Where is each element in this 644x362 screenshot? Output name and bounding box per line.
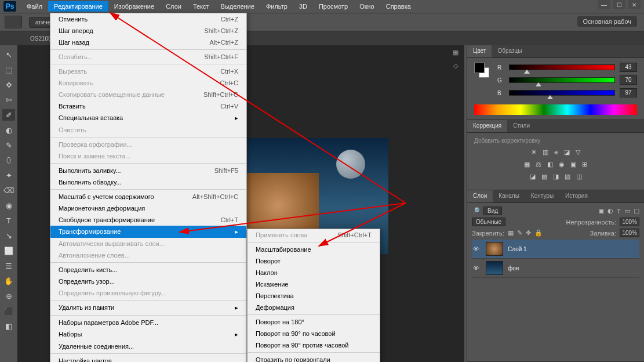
layer-thumbnail[interactable] xyxy=(486,261,503,275)
properties-icon[interactable]: ◇ xyxy=(453,62,458,70)
menu-справка[interactable]: Справка xyxy=(380,1,417,12)
adj-balance-icon[interactable]: ⚖ xyxy=(536,161,541,168)
adj-photo-filter-icon[interactable]: ◉ xyxy=(559,161,565,168)
history-icon[interactable]: ▦ xyxy=(453,49,459,56)
menu-item[interactable]: Свободное трансформированиеCtrl+T xyxy=(50,214,246,226)
layer-row[interactable]: 👁 Слой 1 xyxy=(472,240,639,259)
menu-item[interactable]: Наборы параметров Adobe PDF... xyxy=(50,317,246,328)
search-icon[interactable]: 🔎 xyxy=(472,207,480,215)
collapsed-panel-icons[interactable]: ▦ ◇ xyxy=(448,49,463,70)
tool-button[interactable]: T xyxy=(2,215,15,226)
submenu-item[interactable]: Перспектива xyxy=(248,290,380,302)
adj-brightness-icon[interactable]: ☀ xyxy=(531,149,537,156)
adj-invert-icon[interactable]: ◪ xyxy=(530,173,536,180)
visibility-icon[interactable]: 👁 xyxy=(473,245,481,252)
filter-text-icon[interactable]: T xyxy=(617,208,621,215)
blend-mode-select[interactable]: Обычные xyxy=(472,218,505,226)
adj-posterize-icon[interactable]: ▤ xyxy=(541,173,547,180)
tab-paths[interactable]: Контуры xyxy=(525,190,559,202)
lock-position-icon[interactable]: ✥ xyxy=(526,229,531,237)
tool-button[interactable]: ✄ xyxy=(2,94,15,106)
menu-редактирование[interactable]: Редактирование xyxy=(48,1,108,12)
filter-shape-icon[interactable]: ▭ xyxy=(624,207,630,215)
filter-image-icon[interactable]: ▣ xyxy=(598,207,604,215)
adj-curves-icon[interactable]: ⎈ xyxy=(554,149,558,156)
menu-3d[interactable]: 3D xyxy=(293,1,313,12)
tab-color[interactable]: Цвет xyxy=(467,45,492,57)
adj-mixer-icon[interactable]: ▣ xyxy=(570,161,576,168)
adj-selective-icon[interactable]: ◫ xyxy=(576,173,582,180)
red-slider[interactable] xyxy=(509,64,615,70)
green-value[interactable]: 70 xyxy=(620,75,637,85)
layer-kind-filter[interactable]: Вид xyxy=(483,207,502,215)
menu-item[interactable]: Наборы xyxy=(50,328,246,341)
layer-row[interactable]: 👁 фон xyxy=(472,259,639,278)
menu-item[interactable]: Шаг впередShift+Ctrl+Z xyxy=(50,25,246,37)
layer-thumbnail[interactable] xyxy=(486,242,503,256)
adj-hue-icon[interactable]: ▦ xyxy=(524,161,530,168)
tool-button[interactable]: ◧ xyxy=(2,320,15,332)
tool-button[interactable]: ⬛ xyxy=(2,305,15,317)
menu-текст[interactable]: Текст xyxy=(187,1,215,12)
tab-styles[interactable]: Стили xyxy=(507,120,536,132)
tool-button[interactable]: ⬚ xyxy=(2,64,15,75)
menu-item[interactable]: Масштаб с учетом содержимогоAlt+Shift+Ct… xyxy=(50,191,246,202)
maximize-button[interactable]: ☐ xyxy=(613,0,625,9)
tool-button[interactable]: ⬜ xyxy=(2,245,15,256)
lock-all-icon[interactable]: 🔒 xyxy=(534,229,543,237)
current-tool-icon[interactable] xyxy=(5,16,22,28)
menu-фильтр[interactable]: Фильтр xyxy=(260,1,293,12)
tool-button[interactable]: ☰ xyxy=(2,260,15,272)
menu-item[interactable]: Трансформирование xyxy=(50,226,246,238)
color-spectrum[interactable] xyxy=(474,104,637,115)
lock-pixels-icon[interactable]: ✎ xyxy=(517,229,522,237)
submenu-item[interactable]: Искажение xyxy=(248,278,380,290)
menu-item[interactable]: Выполнить обводку... xyxy=(50,176,246,188)
submenu-item[interactable]: Поворот на 90° по часовой xyxy=(248,328,380,339)
adj-exposure-icon[interactable]: ◪ xyxy=(564,149,570,156)
visibility-icon[interactable]: 👁 xyxy=(473,265,481,272)
layer-name[interactable]: Слой 1 xyxy=(508,246,527,252)
close-button[interactable]: ✕ xyxy=(628,0,641,9)
tab-channels[interactable]: Каналы xyxy=(493,190,525,202)
green-slider[interactable] xyxy=(509,77,615,83)
adj-bw-icon[interactable]: ◧ xyxy=(547,161,553,168)
menu-item[interactable]: Определить узор... xyxy=(50,276,246,287)
menu-изображение[interactable]: Изображение xyxy=(108,1,160,12)
workspace-label[interactable]: Основная рабоч xyxy=(577,16,637,27)
red-value[interactable]: 43 xyxy=(620,63,637,72)
submenu-item[interactable]: Отразить по горизонтали xyxy=(248,354,380,362)
blue-value[interactable]: 97 xyxy=(620,88,637,97)
layer-name[interactable]: фон xyxy=(508,265,519,272)
tab-swatches[interactable]: Образцы xyxy=(492,45,527,57)
tab-history[interactable]: История xyxy=(559,190,594,202)
tool-button[interactable]: ↘ xyxy=(2,230,15,241)
blue-slider[interactable] xyxy=(509,90,615,96)
submenu-item[interactable]: Поворот на 90° против часовой xyxy=(248,339,380,351)
tool-button[interactable]: ◐ xyxy=(2,124,15,136)
menu-item[interactable]: Специальная вставка xyxy=(50,112,246,124)
tool-button[interactable]: ◉ xyxy=(2,200,15,211)
submenu-item[interactable]: Деформация xyxy=(248,302,380,313)
menu-item[interactable]: Марионеточная деформация xyxy=(50,202,246,214)
tool-button[interactable]: ✥ xyxy=(2,79,15,91)
submenu-item[interactable]: Поворот xyxy=(248,255,380,267)
menu-item[interactable]: ВставитьCtrl+V xyxy=(50,100,246,112)
tool-button[interactable]: ✎ xyxy=(2,139,15,151)
tool-button[interactable]: ⌫ xyxy=(2,184,15,196)
tool-button[interactable]: ⬯ xyxy=(2,154,15,166)
adj-gradient-icon[interactable]: ▨ xyxy=(565,173,570,180)
menu-выделение[interactable]: Выделение xyxy=(215,1,260,12)
menu-item[interactable]: Определить кисть... xyxy=(50,264,246,276)
menu-item[interactable]: Шаг назадAlt+Ctrl+Z xyxy=(50,37,246,48)
tool-button[interactable]: ⊕ xyxy=(2,290,15,302)
menu-файл[interactable]: Файл xyxy=(21,1,48,12)
adj-lookup-icon[interactable]: ⊞ xyxy=(582,161,587,168)
fill-input[interactable]: 100% xyxy=(620,229,639,237)
submenu-item[interactable]: Масштабирование xyxy=(248,244,380,255)
menu-слои[interactable]: Слои xyxy=(160,1,187,12)
filter-adjust-icon[interactable]: ◐ xyxy=(607,207,613,215)
menu-просмотр[interactable]: Просмотр xyxy=(313,1,354,12)
adj-vibrance-icon[interactable]: ▽ xyxy=(576,149,580,156)
tool-button[interactable]: ✦ xyxy=(2,169,15,181)
